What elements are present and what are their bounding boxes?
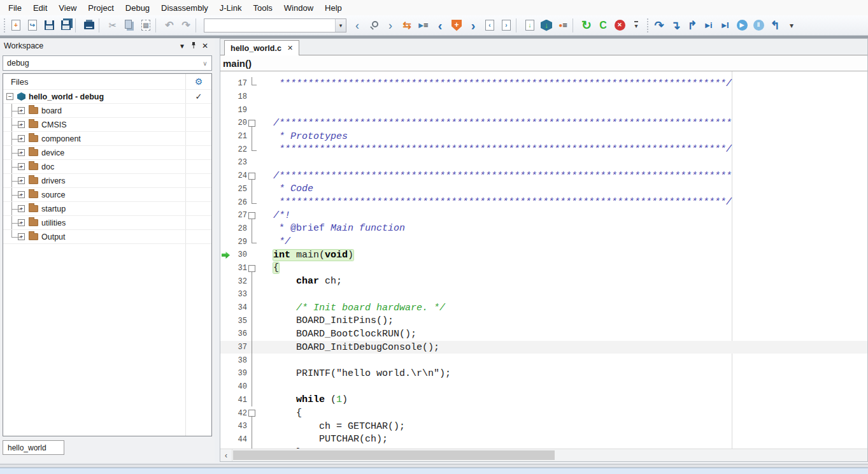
save-button[interactable] — [41, 17, 57, 34]
run-to-cursor-button[interactable]: ▶I — [717, 17, 734, 34]
collapse-icon[interactable]: − — [6, 93, 13, 100]
previous-tab-button[interactable]: ‹ — [481, 17, 498, 34]
toggle-breakpoint-button[interactable]: + — [448, 17, 465, 34]
code-line-42[interactable]: 42− { — [220, 406, 867, 420]
menu-item-view[interactable]: View — [53, 1, 82, 15]
code-line-22[interactable]: 22 *************************************… — [220, 143, 867, 156]
pin-icon[interactable] — [188, 41, 199, 50]
menu-item-file[interactable]: File — [3, 1, 27, 15]
navigate-forward-button[interactable]: › — [465, 17, 481, 34]
navigate-back-button[interactable]: ‹ — [432, 17, 448, 34]
search-button[interactable] — [366, 17, 382, 34]
cut-button[interactable]: ✂ — [104, 17, 121, 34]
code-line-35[interactable]: 35 BOARD_InitPins(); — [220, 314, 867, 327]
menu-item-help[interactable]: Help — [319, 1, 348, 15]
code-line-18[interactable]: 18 — [220, 90, 867, 104]
save-all-button[interactable] — [57, 17, 74, 34]
step-out-button[interactable]: ↱ — [684, 17, 701, 34]
gear-icon[interactable]: ⚙ — [186, 76, 211, 87]
menu-item-tools[interactable]: Tools — [247, 1, 278, 15]
print-button[interactable] — [81, 17, 97, 34]
tree-row-drivers[interactable]: +drivers — [3, 174, 211, 188]
code-line-25[interactable]: 25 * Code — [220, 183, 867, 196]
redo-button[interactable]: ↷ — [178, 17, 194, 34]
quick-search-combobox[interactable]: ▾ — [204, 18, 346, 32]
code-line-39[interactable]: 39 PRINTF("hello world.\r\n"); — [220, 367, 867, 380]
code-line-43[interactable]: 43 ch = GETCHAR(); — [220, 420, 867, 433]
code-line-40[interactable]: 40 — [220, 380, 867, 394]
tree-row-doc[interactable]: +doc — [3, 160, 211, 174]
code-line-38[interactable]: 38 — [220, 354, 867, 367]
code-line-23[interactable]: 23 — [220, 156, 867, 169]
workspace-dropdown-icon[interactable]: ▼ — [176, 43, 188, 50]
search-prev-button[interactable]: ‹ — [349, 17, 366, 34]
goto-list-button[interactable]: ▶≡ — [415, 17, 432, 34]
scrollbar-thumb[interactable] — [233, 450, 555, 460]
code-line-20[interactable]: 20−/************************************… — [220, 117, 867, 130]
reset-target-button[interactable]: ↰ — [767, 17, 783, 34]
tree-row-cmsis[interactable]: +CMSIS — [3, 118, 211, 132]
go-button[interactable]: ▶ — [734, 17, 750, 34]
code-line-27[interactable]: 27−/*! — [220, 209, 867, 222]
horizontal-scrollbar[interactable]: ‹ — [220, 449, 867, 461]
next-tab-button[interactable]: › — [498, 17, 515, 34]
tree-row-source[interactable]: +source — [3, 188, 211, 202]
code-line-24[interactable]: 24−/************************************… — [220, 169, 867, 183]
code-line-32[interactable]: 32 char ch; — [220, 275, 867, 288]
fold-collapse-icon[interactable]: − — [247, 406, 257, 420]
menu-item-disassembly[interactable]: Disassembly — [155, 1, 214, 15]
scroll-left-arrow-icon[interactable]: ‹ — [220, 449, 232, 461]
menu-item-window[interactable]: Window — [278, 1, 319, 15]
fold-collapse-icon[interactable]: − — [247, 262, 257, 275]
undo-button[interactable]: ↶ — [161, 17, 178, 34]
code-line-28[interactable]: 28 * @brief Main function — [220, 222, 867, 236]
function-context-bar[interactable]: main() — [220, 55, 867, 71]
code-line-36[interactable]: 36 BOARD_BootClockRUN(); — [220, 327, 867, 341]
paste-button[interactable]: ▤ — [138, 17, 154, 34]
menu-item-edit[interactable]: Edit — [27, 1, 53, 15]
make-button[interactable]: ●≡ — [555, 17, 571, 34]
menu-item-j-link[interactable]: J-Link — [214, 1, 248, 15]
step-over-button[interactable]: ↷ — [651, 17, 667, 34]
break-button[interactable]: ‖ — [750, 17, 767, 34]
search-next-button[interactable]: › — [382, 17, 399, 34]
code-line-30[interactable]: 30int main(void) — [220, 248, 867, 262]
open-document-button[interactable]: ↪ — [24, 17, 41, 34]
workspace-bottom-tab[interactable]: hello_world — [3, 440, 64, 455]
menu-item-debug[interactable]: Debug — [120, 1, 155, 15]
code-line-21[interactable]: 21 * Prototypes — [220, 130, 867, 143]
close-icon[interactable]: ✕ — [199, 41, 211, 50]
code-line-19[interactable]: 19 — [220, 103, 867, 117]
code-line-31[interactable]: 31−{ — [220, 262, 867, 275]
copy-button[interactable] — [121, 17, 138, 34]
download-active-button[interactable]: ↓ — [522, 17, 538, 34]
code-line-34[interactable]: 34 /* Init board hardware. */ — [220, 301, 867, 315]
tree-row-output[interactable]: +Output — [3, 230, 211, 244]
configuration-combobox[interactable]: debug ∨ — [3, 55, 212, 71]
cpu-refresh-button[interactable]: C — [595, 17, 611, 34]
new-document-button[interactable]: + — [8, 17, 24, 34]
reset-button[interactable]: ↻ — [578, 17, 595, 34]
menu-item-project[interactable]: Project — [82, 1, 119, 15]
toolbar-overflow-button[interactable]: ▾ — [628, 17, 644, 34]
download-flash-button[interactable]: ↓ — [538, 17, 555, 34]
fold-collapse-icon[interactable]: − — [247, 209, 257, 222]
swap-arrows-button[interactable]: ⇆ — [399, 17, 415, 34]
close-icon[interactable]: ✕ — [287, 44, 293, 52]
code-line-17[interactable]: 17 *************************************… — [220, 77, 867, 90]
scrollbar-track[interactable] — [232, 449, 867, 461]
debug-toolbar-dropdown[interactable]: ▾ — [783, 17, 800, 34]
code-line-29[interactable]: 29 */ — [220, 235, 867, 248]
next-statement-button[interactable]: ▶i — [701, 17, 717, 34]
step-into-button[interactable]: ↴ — [667, 17, 684, 34]
editor-tab[interactable]: hello_world.c ✕ — [224, 40, 299, 55]
stop-debug-button[interactable]: ✕ — [611, 17, 628, 34]
tree-row-project[interactable]: −hello_world - debug✓ — [3, 90, 211, 104]
chevron-down-icon[interactable]: ▾ — [335, 19, 346, 32]
tree-row-component[interactable]: +component — [3, 132, 211, 146]
tree-row-utilities[interactable]: +utilities — [3, 216, 211, 230]
code-area[interactable]: 17 *************************************… — [220, 71, 867, 449]
code-line-26[interactable]: 26 *************************************… — [220, 196, 867, 209]
code-line-41[interactable]: 41 while (1) — [220, 394, 867, 407]
fold-collapse-icon[interactable]: − — [247, 169, 257, 183]
